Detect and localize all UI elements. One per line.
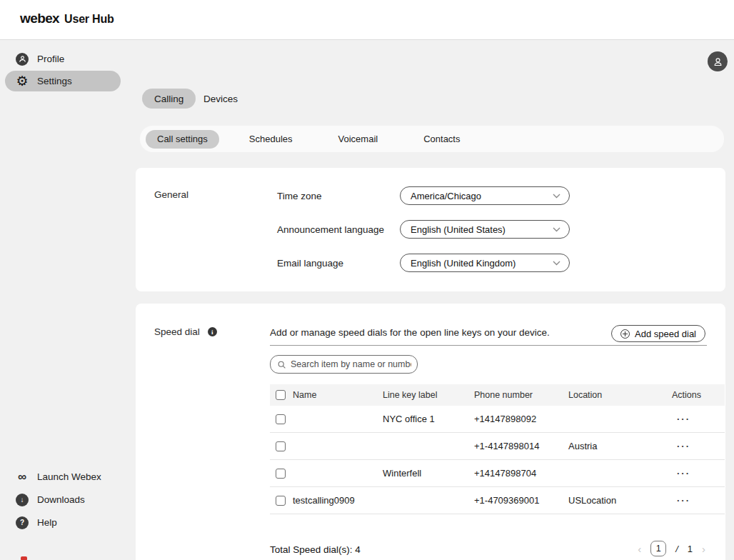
sidebar-item-settings[interactable]: ⚙ Settings: [5, 71, 121, 91]
sidebar-item-label: Help: [37, 517, 57, 528]
cell-phone-number: +14147898092: [474, 414, 568, 424]
general-section-card: General Time zone America/Chicago Announ…: [136, 168, 725, 291]
page-separator: /: [675, 544, 678, 554]
col-header-phone-number: Phone number: [474, 390, 568, 400]
help-icon: ?: [16, 516, 29, 529]
cell-phone-number: +1-4147898014: [474, 441, 568, 451]
announcement-language-value: English (United States): [411, 224, 506, 235]
email-language-select[interactable]: English (United Kingdom): [400, 254, 570, 272]
sidebar-item-profile[interactable]: Profile: [5, 49, 121, 69]
cell-line-key-label: Winterfell: [383, 468, 474, 479]
table-row: testcalling0909 +1-4709369001 USLocation…: [270, 487, 725, 514]
webex-icon: ∞: [16, 471, 29, 484]
table-header-row: Name Line key label Phone number Locatio…: [270, 384, 725, 406]
general-section-label: General: [154, 189, 188, 200]
search-icon: [277, 360, 286, 369]
row-actions-menu-button[interactable]: ···: [670, 414, 719, 424]
speed-dial-section-label: Speed dial: [154, 326, 200, 337]
total-speed-dials-label: Total Speed dial(s): 4: [270, 544, 361, 555]
subtab-label: Voicemail: [338, 134, 378, 144]
row-checkbox[interactable]: [276, 441, 286, 451]
row-actions-menu-button[interactable]: ···: [670, 495, 719, 506]
table-row: NYC office 1 +14147898092 ···: [270, 406, 725, 433]
row-actions-menu-button[interactable]: ···: [670, 441, 719, 451]
page-next-icon[interactable]: ›: [702, 543, 705, 555]
sidebar-item-label: Profile: [37, 54, 64, 64]
chevron-down-icon: [553, 227, 560, 232]
info-icon[interactable]: i: [208, 327, 217, 336]
webex-red-logo-clipped: [21, 556, 27, 560]
cell-phone-number: +1-4709369001: [474, 495, 568, 506]
tab-devices[interactable]: Devices: [191, 89, 250, 109]
subtab-bar: Call settings Schedules Voicemail Contac…: [140, 126, 724, 152]
email-language-value: English (United Kingdom): [411, 258, 516, 269]
timezone-value: America/Chicago: [411, 191, 481, 201]
webex-logo: webex User Hub: [20, 11, 114, 26]
person-icon: [713, 56, 723, 67]
tab-calling[interactable]: Calling: [142, 89, 196, 109]
chevron-down-icon: [553, 261, 560, 266]
col-header-name: Name: [293, 390, 383, 400]
speed-dial-description: Add or manage speed dials for the open l…: [270, 327, 550, 338]
chevron-down-icon: [553, 194, 560, 199]
subtab-label: Call settings: [157, 134, 208, 144]
speed-dial-search[interactable]: [270, 355, 418, 374]
subtab-voicemail[interactable]: Voicemail: [323, 130, 394, 149]
search-input[interactable]: [291, 359, 411, 369]
subtab-label: Schedules: [249, 134, 293, 144]
timezone-label: Time zone: [277, 191, 400, 201]
col-header-actions: Actions: [670, 390, 719, 400]
select-all-checkbox[interactable]: [276, 390, 286, 400]
tab-label: Devices: [203, 94, 238, 104]
subtab-call-settings[interactable]: Call settings: [146, 130, 219, 149]
row-checkbox[interactable]: [276, 469, 286, 479]
col-header-line-key-label: Line key label: [383, 390, 474, 400]
timezone-row: Time zone America/Chicago: [277, 186, 570, 205]
section-divider: [270, 345, 707, 346]
total-pages: 1: [688, 544, 693, 554]
speed-dial-section-card: Speed dial i Add or manage speed dials f…: [136, 304, 725, 560]
current-page-box[interactable]: 1: [650, 541, 666, 556]
speed-dial-section-header: Speed dial i: [154, 326, 217, 337]
cell-line-key-label: NYC office 1: [383, 414, 474, 424]
row-actions-menu-button[interactable]: ···: [670, 468, 719, 479]
user-avatar[interactable]: [708, 51, 728, 71]
table-row: +1-4147898014 Austria ···: [270, 433, 725, 460]
sidebar-item-launch-webex[interactable]: ∞ Launch Webex: [5, 466, 121, 487]
subtab-contacts[interactable]: Contacts: [408, 130, 476, 149]
announcement-language-row: Announcement language English (United St…: [277, 220, 570, 239]
download-icon: ↓: [16, 494, 29, 506]
sidebar-item-label: Settings: [37, 76, 72, 86]
cell-name: testcalling0909: [293, 495, 383, 506]
sidebar-item-downloads[interactable]: ↓ Downloads: [5, 489, 121, 510]
person-icon: [16, 53, 29, 66]
table-row: Winterfell +14147898704 ···: [270, 460, 725, 487]
app-header: webex User Hub: [0, 0, 734, 40]
plus-circle-icon: [620, 329, 630, 339]
announcement-language-select[interactable]: English (United States): [400, 220, 570, 239]
pagination: ‹ 1 / 1 ›: [638, 541, 705, 556]
cell-location: Austria: [568, 441, 670, 451]
add-speed-dial-label: Add speed dial: [635, 329, 696, 339]
email-language-label: Email language: [277, 258, 400, 269]
subtab-schedules[interactable]: Schedules: [233, 130, 308, 149]
timezone-select[interactable]: America/Chicago: [400, 186, 570, 205]
row-checkbox[interactable]: [276, 414, 286, 424]
speed-dial-table: Name Line key label Phone number Locatio…: [270, 384, 725, 514]
tab-label: Calling: [154, 94, 184, 104]
cell-phone-number: +14147898704: [474, 468, 568, 479]
announcement-language-label: Announcement language: [277, 224, 400, 235]
cell-location: USLocation: [568, 495, 670, 506]
sidebar-item-label: Launch Webex: [37, 471, 101, 482]
add-speed-dial-button[interactable]: Add speed dial: [611, 325, 705, 342]
col-header-location: Location: [568, 390, 670, 400]
brand-webex: webex: [20, 11, 59, 26]
sidebar-item-label: Downloads: [37, 494, 85, 505]
sidebar-item-help[interactable]: ? Help: [5, 512, 121, 533]
gear-icon: ⚙: [16, 75, 29, 88]
email-language-row: Email language English (United Kingdom): [277, 254, 570, 272]
row-checkbox[interactable]: [276, 496, 286, 506]
subtab-label: Contacts: [423, 134, 460, 144]
page-prev-icon[interactable]: ‹: [638, 543, 641, 555]
brand-user-hub: User Hub: [64, 13, 114, 26]
